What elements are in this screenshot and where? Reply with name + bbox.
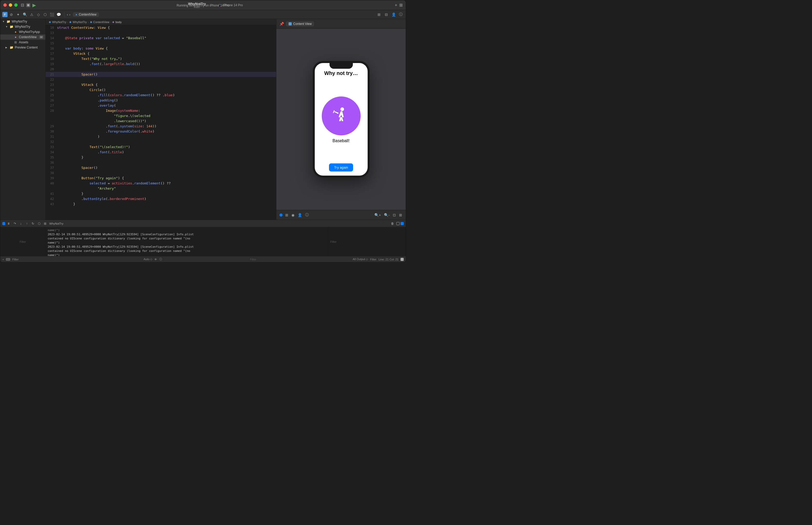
- output-filter-label[interactable]: Filter: [330, 240, 337, 243]
- preview-person-icon[interactable]: 👤: [297, 212, 303, 217]
- zoom-fit-icon[interactable]: ⊡: [392, 212, 396, 217]
- filter-status-label[interactable]: Filter: [12, 258, 18, 261]
- sidebar-item-preview[interactable]: ▶ 📁 Preview Content: [0, 45, 45, 50]
- code-editor[interactable]: 10 struct ContentView: View { 13 14 @Sta…: [46, 25, 276, 220]
- log-line-2: 2023-02-14 19:00:51.489529+0000 WhyNotTr…: [48, 232, 326, 237]
- scheme-label: WhyNotTry: [49, 222, 63, 225]
- symbol-navigator-icon[interactable]: ✦: [15, 12, 21, 17]
- sidebar-item-assets[interactable]: ▶ ⊞ Assets: [0, 40, 45, 45]
- info-icon-center[interactable]: ⓘ: [159, 257, 162, 261]
- view-controls[interactable]: [6, 258, 10, 261]
- toolbar: F ⊘ ✦ 🔍 ⚠ ◇ ⬡ ⬛ 💬 ‹ › ● ContentView ⊞ ⊟ …: [0, 10, 406, 19]
- bt-blue-btn[interactable]: [2, 222, 5, 225]
- code-line-23: 23 VStack {: [46, 82, 276, 87]
- bt-debug-btn[interactable]: ⬡: [36, 221, 42, 226]
- sport-icon: [331, 106, 352, 126]
- sidebar-toggle-icon[interactable]: ⊟: [21, 3, 24, 7]
- stop-button[interactable]: [26, 3, 30, 7]
- layout-button[interactable]: ⊞: [399, 3, 403, 7]
- code-line-10: 10 struct ContentView: View {: [46, 25, 276, 30]
- code-line-32: 32: [46, 139, 276, 145]
- bt-step-over-btn[interactable]: ↷: [12, 221, 17, 226]
- content-view-btn[interactable]: Content View: [286, 21, 314, 27]
- swift-icon-cv: ●: [14, 35, 17, 39]
- bc-symbol[interactable]: body: [116, 20, 122, 24]
- preview-content: Why not try…: [276, 29, 406, 210]
- bt-continue-btn[interactable]: ↻: [31, 221, 35, 226]
- preview-info-icon[interactable]: ⓘ: [305, 212, 309, 218]
- eye-icon[interactable]: 👁: [154, 258, 157, 261]
- maximize-button[interactable]: [14, 3, 18, 7]
- bt-memory-btn[interactable]: ⊞: [43, 221, 48, 226]
- preview-grid-icon[interactable]: ⊞: [285, 212, 289, 217]
- add-file-btn[interactable]: +: [2, 258, 4, 261]
- toolbar-divider-1: [64, 12, 64, 17]
- preview-arrow: ▶: [5, 46, 8, 49]
- try-again-button[interactable]: Try again: [329, 163, 353, 171]
- svg-point-0: [340, 107, 344, 111]
- code-line-35: 35 }: [46, 155, 276, 160]
- zoom-out-icon[interactable]: 🔍-: [383, 212, 390, 217]
- preview-device-icon[interactable]: ◉: [291, 212, 295, 217]
- log-line-1: name)"): [48, 228, 326, 232]
- filter-center[interactable]: Filter: [250, 258, 256, 261]
- bt-pause-btn[interactable]: ⏸: [6, 221, 11, 226]
- bt-step-in-btn[interactable]: ↓: [18, 221, 23, 226]
- clear-log-btn[interactable]: 🗑: [390, 221, 395, 226]
- code-line-24: 24 Circle(): [46, 87, 276, 93]
- zoom-100-icon[interactable]: ⊞: [398, 212, 403, 217]
- pin-icon[interactable]: 📌: [279, 22, 284, 26]
- expand-arrow: ▼: [2, 20, 5, 23]
- sidebar-item-project-root[interactable]: ▼ 📁 WhyNotTry: [0, 19, 45, 24]
- source-control-icon[interactable]: ⊘: [9, 12, 14, 17]
- debug-navigator-icon[interactable]: ⬡: [42, 12, 48, 17]
- test-navigator-icon[interactable]: ◇: [35, 12, 41, 17]
- minimize-button[interactable]: [9, 3, 12, 7]
- code-line-40b: "Archery": [46, 186, 276, 191]
- code-line-39: 39 Button("Try again") {: [46, 176, 276, 181]
- code-line-14: 14 @State private var selected = "Baseba…: [46, 35, 276, 41]
- code-line-22: 22: [46, 77, 276, 82]
- code-line-31: 31 ): [46, 134, 276, 139]
- status-right: All Output ◇ Filter Line: 21 Col: 21: [303, 258, 404, 261]
- filter-label[interactable]: Filter: [20, 240, 26, 243]
- issue-navigator-icon[interactable]: ⚠: [29, 12, 34, 17]
- console-log[interactable]: name)") 2023-02-14 19:00:51.489529+0000 …: [46, 227, 328, 256]
- bt-step-out-btn[interactable]: ↑: [25, 221, 29, 226]
- filter-right[interactable]: Filter: [370, 258, 376, 261]
- editor-tab-contentview[interactable]: ● ContentView: [73, 12, 99, 17]
- preview-panel: 📌 Content View Why not try…: [276, 19, 406, 220]
- close-button[interactable]: [3, 3, 7, 7]
- sidebar-item-group[interactable]: ▼ 📁 WhyNotTry: [0, 24, 45, 29]
- find-navigator-icon[interactable]: 🔍: [22, 12, 28, 17]
- bc-icon-4: ◈: [112, 20, 114, 23]
- report-navigator-icon[interactable]: 💬: [56, 12, 61, 17]
- app-window: ⊟ ▶ WhyNotTry main › 📱 iPhone 14 Pro Run…: [0, 0, 406, 262]
- run-status: Running WhyNotTry on iPhone 14 Pro: [177, 4, 229, 7]
- bt-view-2[interactable]: [401, 222, 404, 225]
- authors-icon[interactable]: 👤: [391, 12, 396, 17]
- breakpoint-navigator-icon[interactable]: ⬛: [49, 12, 55, 17]
- preview-folder-icon: 📁: [10, 46, 13, 49]
- bc-group[interactable]: WhyNotTry: [73, 20, 87, 24]
- canvas-icon[interactable]: ⊞: [376, 12, 382, 17]
- bt-view-1[interactable]: [396, 222, 399, 225]
- code-line-28: 28 Image(systemName:: [46, 108, 276, 113]
- bottom-toolbar-left: ⏸ ↷ ↓ ↑ ↻ ⬡ ⊞: [2, 221, 48, 226]
- nav-back-button[interactable]: ‹: [67, 13, 68, 17]
- preview-title: Content View: [293, 22, 312, 26]
- nav-forward-button[interactable]: ›: [69, 13, 71, 17]
- zoom-in-icon[interactable]: 🔍+: [374, 212, 381, 217]
- add-editor-button[interactable]: +: [395, 3, 397, 7]
- bc-file[interactable]: ContentView: [93, 20, 109, 24]
- sidebar-item-contentview[interactable]: ▶ ● ContentView M: [0, 34, 45, 40]
- file-navigator-icon[interactable]: F: [2, 12, 7, 17]
- bc-project[interactable]: WhyNotTry: [52, 20, 66, 24]
- run-button[interactable]: ▶: [32, 2, 36, 8]
- split-editor-icon[interactable]: ⊟: [383, 12, 389, 17]
- titlebar-controls: + ⊞: [395, 3, 403, 7]
- inspector-icon[interactable]: ⓘ: [398, 12, 404, 17]
- live-preview-dot[interactable]: [279, 213, 282, 216]
- sidebar-item-app[interactable]: ▶ ● WhyNotTryApp: [0, 29, 45, 34]
- layout-toggle[interactable]: [401, 258, 404, 261]
